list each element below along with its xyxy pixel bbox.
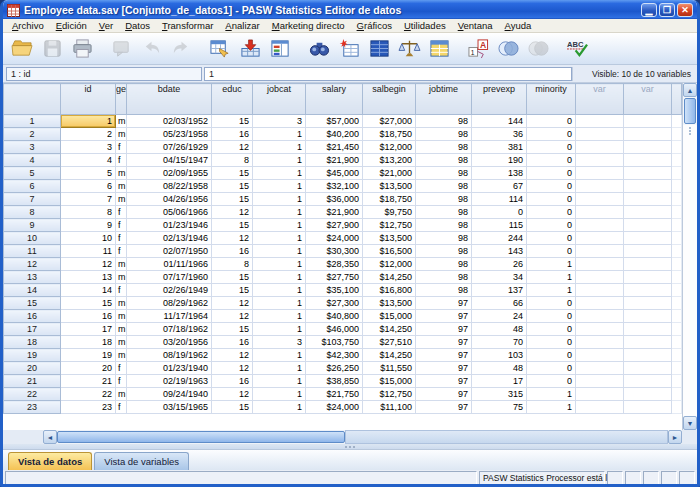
menu-transformar[interactable]: Transformar (156, 20, 219, 31)
row-header-14[interactable]: 14 (4, 284, 61, 297)
cell-12-jobcat[interactable]: 1 (253, 258, 306, 271)
cell-2-var1[interactable] (576, 128, 624, 141)
cell-9-salbegin[interactable]: $12,750 (363, 219, 416, 232)
cell-7-salbegin[interactable]: $18,750 (363, 193, 416, 206)
cell-5-prevexp[interactable]: 138 (472, 167, 527, 180)
cell-16-id[interactable]: 16 (61, 310, 116, 323)
cell-5-jobtime[interactable]: 98 (416, 167, 472, 180)
cell-12-minority[interactable]: 1 (527, 258, 576, 271)
cell-editor-input[interactable]: 1 (204, 67, 572, 81)
row-header-18[interactable]: 18 (4, 336, 61, 349)
cell-8-salary[interactable]: $21,900 (306, 206, 363, 219)
cell-10-var2[interactable] (624, 232, 672, 245)
menu-edici-n[interactable]: Edición (50, 20, 93, 31)
cell-9-educ[interactable]: 15 (212, 219, 253, 232)
cell-7-educ[interactable]: 15 (212, 193, 253, 206)
cell-20-id[interactable]: 20 (61, 362, 116, 375)
cell-18-salbegin[interactable]: $27,510 (363, 336, 416, 349)
cell-16-jobtime[interactable]: 97 (416, 310, 472, 323)
cell-5-salary[interactable]: $45,000 (306, 167, 363, 180)
cell-18-minority[interactable]: 0 (527, 336, 576, 349)
cell-13-id[interactable]: 13 (61, 271, 116, 284)
cell-19-id[interactable]: 19 (61, 349, 116, 362)
spell-check-icon[interactable]: ABC (562, 36, 592, 62)
cell-3-educ[interactable]: 12 (212, 141, 253, 154)
cell-9-salary[interactable]: $27,900 (306, 219, 363, 232)
cell-17-var1[interactable] (576, 323, 624, 336)
cell-17-jobtime[interactable]: 97 (416, 323, 472, 336)
cell-2-jobcat[interactable]: 1 (253, 128, 306, 141)
row-header-9[interactable]: 9 (4, 219, 61, 232)
cell-1-bdate[interactable]: 02/03/1952 (127, 115, 212, 128)
cell-15-bdate[interactable]: 08/29/1962 (127, 297, 212, 310)
cell-11-var1[interactable] (576, 245, 624, 258)
cell-23-gender[interactable]: f (116, 401, 127, 414)
cell-8-var1[interactable] (576, 206, 624, 219)
cell-7-salary[interactable]: $36,000 (306, 193, 363, 206)
row-header-1[interactable]: 1 (4, 115, 61, 128)
row-header-5[interactable]: 5 (4, 167, 61, 180)
cell-1-var1[interactable] (576, 115, 624, 128)
cell-22-var2[interactable] (624, 388, 672, 401)
cell-13-jobcat[interactable]: 1 (253, 271, 306, 284)
cell-8-bdate[interactable]: 05/06/1966 (127, 206, 212, 219)
cell-1-jobcat[interactable]: 3 (253, 115, 306, 128)
cell-12-salary[interactable]: $28,350 (306, 258, 363, 271)
cell-22-id[interactable]: 22 (61, 388, 116, 401)
cell-1-educ[interactable]: 15 (212, 115, 253, 128)
cell-17-salary[interactable]: $46,000 (306, 323, 363, 336)
cell-9-var2[interactable] (624, 219, 672, 232)
cell-15-gender[interactable]: m (116, 297, 127, 310)
cell-10-bdate[interactable]: 02/13/1946 (127, 232, 212, 245)
cell-16-prevexp[interactable]: 24 (472, 310, 527, 323)
cell-23-var2[interactable] (624, 401, 672, 414)
cell-1-salary[interactable]: $57,000 (306, 115, 363, 128)
cell-2-jobtime[interactable]: 98 (416, 128, 472, 141)
cell-15-salbegin[interactable]: $13,500 (363, 297, 416, 310)
cell-3-salbegin[interactable]: $12,000 (363, 141, 416, 154)
column-header-minority[interactable]: minority (527, 84, 576, 115)
cell-14-jobcat[interactable]: 1 (253, 284, 306, 297)
scroll-left-icon[interactable]: ◄ (43, 430, 57, 444)
cell-18-prevexp[interactable]: 70 (472, 336, 527, 349)
cell-20-var2[interactable] (624, 362, 672, 375)
cell-18-id[interactable]: 18 (61, 336, 116, 349)
cell-8-jobtime[interactable]: 98 (416, 206, 472, 219)
cell-6-jobcat[interactable]: 1 (253, 180, 306, 193)
cell-11-educ[interactable]: 16 (212, 245, 253, 258)
cell-11-gender[interactable]: f (116, 245, 127, 258)
cell-21-id[interactable]: 21 (61, 375, 116, 388)
cell-22-jobtime[interactable]: 97 (416, 388, 472, 401)
cell-17-bdate[interactable]: 07/18/1962 (127, 323, 212, 336)
column-header-gender[interactable]: gender (116, 84, 127, 115)
row-header-8[interactable]: 8 (4, 206, 61, 219)
cell-8-jobcat[interactable]: 1 (253, 206, 306, 219)
cell-19-prevexp[interactable]: 103 (472, 349, 527, 362)
cell-10-var1[interactable] (576, 232, 624, 245)
cell-21-jobtime[interactable]: 97 (416, 375, 472, 388)
cell-11-var2[interactable] (624, 245, 672, 258)
cell-22-gender[interactable]: m (116, 388, 127, 401)
cell-2-prevexp[interactable]: 36 (472, 128, 527, 141)
row-header-21[interactable]: 21 (4, 375, 61, 388)
cell-19-var1[interactable] (576, 349, 624, 362)
cell-5-educ[interactable]: 15 (212, 167, 253, 180)
cell-17-gender[interactable]: m (116, 323, 127, 336)
menu-ayuda[interactable]: Ayuda (499, 20, 538, 31)
column-header-salary[interactable]: salary (306, 84, 363, 115)
row-header-11[interactable]: 11 (4, 245, 61, 258)
cell-3-jobcat[interactable]: 1 (253, 141, 306, 154)
cell-23-prevexp[interactable]: 75 (472, 401, 527, 414)
cell-17-educ[interactable]: 15 (212, 323, 253, 336)
cell-7-jobcat[interactable]: 1 (253, 193, 306, 206)
cell-14-gender[interactable]: f (116, 284, 127, 297)
row-header-6[interactable]: 6 (4, 180, 61, 193)
cell-10-jobtime[interactable]: 98 (416, 232, 472, 245)
cell-2-minority[interactable]: 0 (527, 128, 576, 141)
cell-23-jobtime[interactable]: 97 (416, 401, 472, 414)
cell-4-jobcat[interactable]: 1 (253, 154, 306, 167)
cell-3-bdate[interactable]: 07/26/1929 (127, 141, 212, 154)
cell-6-bdate[interactable]: 08/22/1958 (127, 180, 212, 193)
cell-2-educ[interactable]: 16 (212, 128, 253, 141)
cell-17-id[interactable]: 17 (61, 323, 116, 336)
